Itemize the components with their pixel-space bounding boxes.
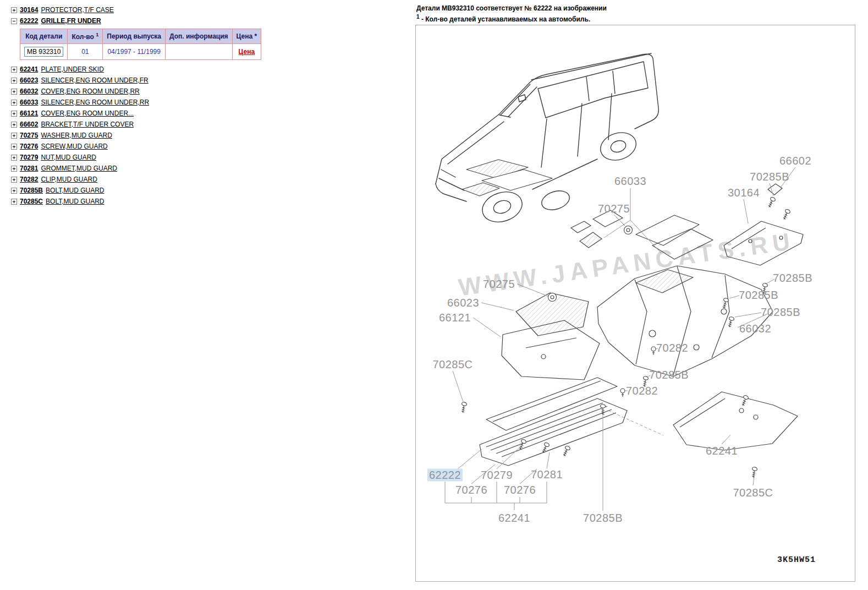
tree-item-label[interactable]: COVER,ENG ROOM UNDER,RR — [41, 88, 139, 95]
diagram-part-label-70285B[interactable]: 70285B — [583, 512, 623, 525]
diagram-part-label-70285B[interactable]: 70285B — [773, 272, 812, 285]
tree-item-code[interactable]: 30164 — [20, 6, 38, 14]
expand-toggle-icon[interactable]: + — [11, 199, 17, 205]
diagram-part-label-70275[interactable]: 70275 — [598, 203, 630, 215]
tree-item-code[interactable]: 70285B — [20, 187, 43, 194]
diagram-part-label-62241[interactable]: 62241 — [706, 445, 738, 457]
tree-item-70275[interactable]: + 70275 WASHER,MUD GUARD — [11, 130, 402, 141]
col-header-part-code: Код детали — [20, 29, 68, 44]
part-price-cell: Цена — [232, 44, 261, 60]
tree-item-code[interactable]: 66032 — [20, 88, 38, 95]
diagram-part-label-62222[interactable]: 62222 — [427, 469, 463, 482]
tree-item-code[interactable]: 70281 — [20, 165, 38, 172]
diagram-part-label-70281[interactable]: 70281 — [531, 468, 563, 481]
expand-toggle-icon[interactable]: + — [11, 166, 17, 172]
expand-toggle-icon[interactable]: + — [11, 7, 17, 13]
diagram-part-label-30164[interactable]: 30164 — [728, 187, 760, 199]
tree-item-62241[interactable]: + 62241 PLATE,UNDER SKID — [11, 64, 402, 75]
price-link[interactable]: Цена — [239, 48, 255, 56]
tree-item-label[interactable]: CLIP,MUD GUARD — [41, 176, 97, 183]
tree-item-code[interactable]: 70276 — [20, 143, 38, 150]
col-header-info: Доп. информация — [166, 29, 233, 44]
tree-item-70279[interactable]: + 70279 NUT,MUD GUARD — [11, 152, 402, 163]
expand-toggle-icon[interactable]: + — [11, 122, 17, 128]
tree-item-label[interactable]: COVER,ENG ROOM UNDER... — [41, 110, 134, 117]
tree-item-code[interactable]: 70282 — [20, 176, 38, 183]
tree-item-label[interactable]: PROTECTOR,T/F CASE — [41, 6, 113, 14]
expand-toggle-icon[interactable]: + — [11, 177, 17, 183]
tree-item-70282[interactable]: + 70282 CLIP,MUD GUARD — [11, 174, 402, 185]
expand-toggle-icon[interactable]: + — [11, 78, 17, 84]
tree-item-code[interactable]: 66023 — [20, 77, 38, 84]
diagram-part-label-70276[interactable]: 70276 — [455, 484, 487, 496]
diagram-label-layer: 6660270285B30164660337027570275660236612… — [416, 25, 855, 581]
tree-item-label[interactable]: BRACKET,T/F UNDER COVER — [41, 121, 134, 128]
part-detail-table: Код детали Кол-во 1 Период выпуска Доп. … — [20, 29, 261, 60]
tree-item-code[interactable]: 70285C — [20, 198, 43, 205]
tree-item-70285B[interactable]: + 70285B BOLT,MUD GUARD — [11, 185, 402, 196]
diagram-part-label-62241[interactable]: 62241 — [498, 512, 530, 525]
drawing-code: 3K5HW51 — [777, 555, 816, 565]
parts-diagram: WWW.JAPANCATS.RU 6660270285B301646603370… — [415, 25, 855, 582]
diagram-part-label-70275[interactable]: 70275 — [483, 278, 515, 291]
tree-item-66023[interactable]: + 66023 SILENCER,ENG ROOM UNDER,FR — [11, 75, 402, 86]
diagram-part-label-66032[interactable]: 66032 — [739, 323, 771, 335]
tree-item-code[interactable]: 70275 — [20, 132, 38, 139]
part-period-cell: 04/1997 - 11/1999 — [103, 44, 166, 60]
diagram-part-label-66023[interactable]: 66023 — [447, 297, 479, 309]
tree-item-code[interactable]: 66121 — [20, 110, 38, 117]
diagram-part-label-66602[interactable]: 66602 — [779, 155, 811, 167]
tree-item-70285C[interactable]: + 70285C BOLT,MUD GUARD — [11, 196, 402, 207]
parts-tree: + 30164 PROTECTOR,T/F CASE − 62222 GRILL… — [11, 4, 402, 207]
diagram-part-label-70276[interactable]: 70276 — [504, 484, 536, 496]
note-line-1: Детали MB932310 соответствует № 62222 на… — [416, 4, 607, 13]
tree-item-62222[interactable]: − 62222 GRILLE,FR UNDER — [11, 15, 402, 26]
tree-item-code[interactable]: 62222 — [20, 17, 38, 25]
diagram-part-label-70285B[interactable]: 70285B — [750, 171, 789, 183]
part-info-cell — [166, 44, 233, 60]
tree-item-30164[interactable]: + 30164 PROTECTOR,T/F CASE — [11, 4, 402, 15]
tree-item-label[interactable]: SILENCER,ENG ROOM UNDER,RR — [41, 99, 149, 106]
tree-item-66032[interactable]: + 66032 COVER,ENG ROOM UNDER,RR — [11, 86, 402, 97]
part-code-cell: MB 932310 — [20, 44, 68, 60]
expand-toggle-icon[interactable]: + — [11, 188, 17, 194]
expand-toggle-icon[interactable]: − — [11, 18, 17, 24]
diagram-part-label-70285C[interactable]: 70285C — [432, 358, 473, 371]
tree-item-code[interactable]: 70279 — [20, 154, 38, 161]
diagram-part-label-70285B[interactable]: 70285B — [761, 306, 800, 319]
part-code-value[interactable]: MB 932310 — [24, 47, 63, 57]
expand-toggle-icon[interactable]: + — [11, 111, 17, 117]
expand-toggle-icon[interactable]: + — [11, 144, 17, 150]
diagram-part-label-70285B[interactable]: 70285B — [739, 289, 778, 302]
tree-item-70276[interactable]: + 70276 SCREW,MUD GUARD — [11, 141, 402, 152]
tree-item-70281[interactable]: + 70281 GROMMET,MUD GUARD — [11, 163, 402, 174]
part-detail-row: MB 932310 01 04/1997 - 11/1999 Цена — [20, 44, 261, 60]
expand-toggle-icon[interactable]: + — [11, 89, 17, 95]
tree-item-66033[interactable]: + 66033 SILENCER,ENG ROOM UNDER,RR — [11, 97, 402, 108]
diagram-part-label-70285C[interactable]: 70285C — [733, 487, 773, 499]
diagram-part-label-70285B[interactable]: 70285B — [649, 369, 689, 381]
diagram-part-label-66033[interactable]: 66033 — [614, 175, 646, 188]
tree-item-label[interactable]: BOLT,MUD GUARD — [46, 187, 104, 194]
tree-item-label[interactable]: SILENCER,ENG ROOM UNDER,FR — [41, 77, 148, 84]
tree-item-label[interactable]: BOLT,MUD GUARD — [46, 198, 104, 205]
diagram-part-label-70282[interactable]: 70282 — [626, 385, 658, 397]
tree-item-label[interactable]: SCREW,MUD GUARD — [41, 143, 107, 150]
tree-item-code[interactable]: 62241 — [20, 65, 38, 73]
expand-toggle-icon[interactable]: + — [11, 100, 17, 106]
tree-item-label[interactable]: PLATE,UNDER SKID — [41, 65, 103, 73]
tree-item-label[interactable]: NUT,MUD GUARD — [41, 154, 96, 161]
tree-item-label[interactable]: GRILLE,FR UNDER — [41, 17, 101, 25]
diagram-part-label-70279[interactable]: 70279 — [481, 469, 513, 482]
tree-item-label[interactable]: WASHER,MUD GUARD — [41, 132, 112, 139]
diagram-part-label-70282[interactable]: 70282 — [656, 342, 688, 354]
tree-item-66121[interactable]: + 66121 COVER,ENG ROOM UNDER... — [11, 108, 402, 119]
expand-toggle-icon[interactable]: + — [11, 133, 17, 139]
tree-item-code[interactable]: 66033 — [20, 99, 38, 106]
expand-toggle-icon[interactable]: + — [11, 155, 17, 161]
expand-toggle-icon[interactable]: + — [11, 67, 17, 73]
diagram-part-label-66121[interactable]: 66121 — [439, 312, 471, 324]
tree-item-label[interactable]: GROMMET,MUD GUARD — [41, 165, 117, 172]
tree-item-code[interactable]: 66602 — [20, 121, 38, 128]
tree-item-66602[interactable]: + 66602 BRACKET,T/F UNDER COVER — [11, 119, 402, 130]
